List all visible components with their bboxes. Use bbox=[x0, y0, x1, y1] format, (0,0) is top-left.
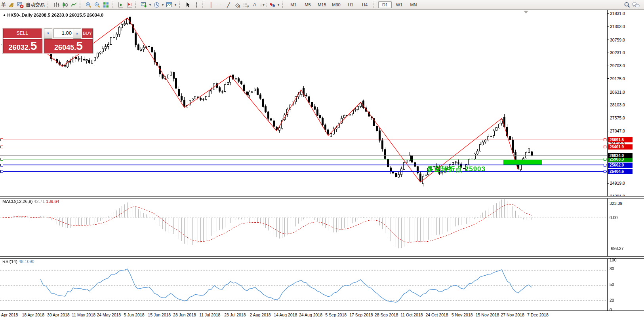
hline-25404.6-line[interactable] bbox=[0, 171, 607, 172]
template-caret[interactable]: ▾ bbox=[173, 3, 177, 7]
chart-shift-icon[interactable] bbox=[125, 1, 133, 9]
timeframe-m30[interactable]: M30 bbox=[330, 1, 343, 8]
price-tick-label: 27047.0 bbox=[610, 129, 625, 133]
text-label-icon[interactable]: T bbox=[259, 1, 268, 9]
hline-25903.3-handle-right[interactable] bbox=[604, 158, 606, 161]
hline-26401.9-line[interactable] bbox=[0, 147, 607, 147]
add-indicator-icon[interactable] bbox=[139, 1, 148, 9]
zoom-in-icon[interactable] bbox=[84, 1, 93, 9]
autotrading-icon[interactable] bbox=[16, 1, 25, 9]
sell-button[interactable]: SELL bbox=[3, 28, 42, 39]
zoom-out-icon[interactable] bbox=[93, 1, 101, 9]
timeframe-h4[interactable]: H4 bbox=[358, 1, 372, 8]
date-label: 17 Sep 2018 bbox=[347, 312, 375, 317]
hline-26401.9-handle-right[interactable] bbox=[604, 146, 606, 148]
candlestick-chart-icon[interactable] bbox=[61, 1, 69, 9]
chat-icon[interactable] bbox=[631, 1, 640, 9]
current-price-tag: 26034.0 bbox=[608, 153, 633, 158]
volume-input[interactable]: 1.00 bbox=[53, 28, 74, 38]
hline-26691.5-handle-right[interactable] bbox=[604, 138, 606, 141]
hline-26401.9-handle-left[interactable] bbox=[0, 146, 3, 148]
date-axis[interactable]: 6 Apr 201818 Apr 201830 Apr 201811 May 2… bbox=[0, 311, 644, 320]
turning-point-annotation[interactable]: 多空转折点 25903 bbox=[427, 165, 486, 174]
buy-button[interactable]: BUY bbox=[82, 28, 93, 39]
date-label: 24 Oct 2018 bbox=[423, 312, 451, 317]
template-icon[interactable] bbox=[165, 1, 173, 9]
autotrading-button-label[interactable]: 自动交易 bbox=[25, 2, 46, 8]
timeframe-mn[interactable]: MN bbox=[407, 1, 420, 8]
rsi-axis-label: 20 bbox=[610, 298, 614, 303]
crosshair-icon[interactable] bbox=[192, 1, 201, 9]
timeframe-w1[interactable]: W1 bbox=[392, 1, 406, 8]
vertical-line-icon[interactable]: │ bbox=[207, 1, 215, 9]
date-label: 11 Oct 2018 bbox=[398, 312, 425, 317]
timeframe-m5[interactable]: M5 bbox=[301, 1, 314, 8]
hline-25662.0-price-tag: 25662.0 bbox=[608, 163, 633, 168]
timeframe-m15[interactable]: M15 bbox=[315, 1, 329, 8]
price-tick-label: 27575.0 bbox=[610, 116, 625, 120]
timeframe-m1[interactable]: M1 bbox=[287, 1, 300, 8]
price-tick-label: 31831.0 bbox=[610, 11, 625, 16]
date-label: 23 Jul 2018 bbox=[221, 312, 249, 317]
hline-25662.0-handle-right[interactable] bbox=[604, 164, 606, 167]
fibonacci-icon[interactable]: F bbox=[242, 1, 250, 9]
toolbar-grip bbox=[202, 2, 205, 8]
date-label: 7 Dec 2018 bbox=[524, 312, 552, 317]
date-label: 15 Nov 2018 bbox=[473, 312, 501, 317]
timeframe-d1[interactable]: D1 bbox=[378, 1, 392, 8]
add-indicator-caret[interactable]: ▾ bbox=[148, 3, 152, 7]
ask-frac: 5 bbox=[76, 40, 83, 52]
price-tick bbox=[608, 105, 609, 105]
search-icon[interactable] bbox=[623, 1, 631, 9]
timeframe-group: M1M5M15M30H1H4D1W1MN bbox=[286, 1, 421, 8]
line-chart-icon[interactable] bbox=[69, 1, 78, 9]
timeframe-h1[interactable]: H1 bbox=[344, 1, 357, 8]
price-axis[interactable]: 31831.031303.030759.030231.029703.029175… bbox=[607, 10, 644, 311]
arrows-caret[interactable]: ▾ bbox=[276, 3, 280, 7]
macd-axis-label: -698.27 bbox=[610, 246, 624, 251]
time-axis-frame bbox=[0, 311, 644, 311]
one-click-collapse-arrow[interactable]: ▲ bbox=[3, 13, 6, 17]
hline-25903.3-line[interactable] bbox=[0, 159, 607, 159]
cursor-icon[interactable] bbox=[183, 1, 192, 9]
tile-windows-icon[interactable] bbox=[101, 1, 110, 9]
horizontal-line-icon[interactable]: ─ bbox=[215, 1, 224, 9]
text-icon[interactable]: A bbox=[250, 1, 259, 9]
bid-price-box[interactable]: 26032.5 bbox=[3, 39, 42, 53]
toolbar-grip bbox=[112, 2, 114, 8]
periods-caret[interactable]: ▾ bbox=[161, 3, 165, 7]
gold-icon[interactable] bbox=[7, 1, 16, 9]
hline-25404.6-handle-right[interactable] bbox=[604, 170, 606, 173]
volume-decrease-button[interactable]: ▼ bbox=[44, 28, 52, 39]
svg-text:E: E bbox=[238, 5, 240, 8]
rsi-axis-label: 0 bbox=[610, 307, 612, 312]
macd-pane-splitter[interactable] bbox=[0, 196, 644, 199]
hline-26691.5-line[interactable] bbox=[0, 140, 607, 140]
date-label: 30 Apr 2018 bbox=[44, 312, 72, 317]
rsi-pane-splitter[interactable] bbox=[0, 256, 644, 259]
equidistant-channel-icon[interactable]: E bbox=[233, 1, 242, 9]
new-order-button[interactable]: 单 bbox=[0, 2, 7, 8]
price-tick-label: 29175.0 bbox=[610, 76, 625, 81]
arrows-icon[interactable] bbox=[268, 1, 276, 9]
date-label: 28 Jun 2018 bbox=[171, 312, 198, 317]
rsi-axis-label: 100 bbox=[610, 258, 617, 262]
hline-26691.5-handle-left[interactable] bbox=[0, 138, 3, 141]
date-label: 27 Nov 2018 bbox=[499, 312, 526, 317]
hline-25404.6-handle-left[interactable] bbox=[0, 170, 3, 173]
ohlc-open: 26208.5 bbox=[34, 13, 50, 17]
volume-increase-button[interactable]: ▲ bbox=[73, 28, 81, 39]
ask-price-box[interactable]: 26045.5 bbox=[44, 39, 93, 53]
hline-25662.0-handle-left[interactable] bbox=[0, 164, 3, 167]
svg-text:T: T bbox=[263, 3, 265, 7]
autoscroll-icon[interactable] bbox=[116, 1, 125, 9]
bar-chart-icon[interactable] bbox=[52, 1, 61, 9]
hline-25903.3-handle-left[interactable] bbox=[0, 158, 3, 161]
trendline-icon[interactable]: ╱ bbox=[224, 1, 233, 9]
date-label: 15 Jun 2018 bbox=[145, 312, 173, 317]
periods-clock-icon[interactable] bbox=[152, 1, 161, 9]
price-tick-label: 24919.0 bbox=[610, 181, 625, 186]
date-label: 5 Jun 2018 bbox=[120, 312, 148, 317]
hline-25662.0-line[interactable] bbox=[0, 165, 607, 165]
price-tick bbox=[608, 118, 609, 118]
